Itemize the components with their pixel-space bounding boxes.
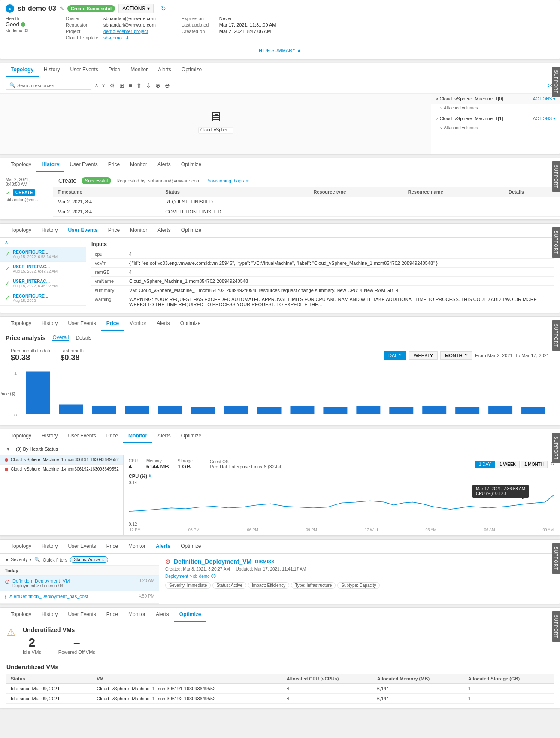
support-tab-h[interactable]: SUPPORT [552, 161, 560, 192]
tab-topology-m[interactable]: Topology [6, 429, 36, 443]
tab-monitor-p[interactable]: Monitor [124, 317, 151, 331]
tab-monitor-ue[interactable]: Monitor [125, 224, 152, 237]
tab-topology-a[interactable]: Topology [6, 540, 36, 553]
attached-label-1[interactable]: ∨ Attached volumes [431, 104, 560, 113]
resource-header-2[interactable]: > Cloud_vSphere_Machine_1[1] ACTIONS ▾ [431, 113, 560, 124]
daily-btn[interactable]: DAILY [384, 351, 406, 360]
cloud-template-value[interactable]: sb-demo [103, 35, 122, 41]
tab-user-events-a[interactable]: User Events [63, 540, 101, 553]
tab-monitor[interactable]: Monitor [125, 63, 153, 77]
alert-item-1[interactable]: ⊙ Definition_Deployment_VM Deployment > … [0, 576, 159, 591]
tab-user-events-m[interactable]: User Events [63, 429, 101, 443]
tab-topology[interactable]: Topology [6, 63, 39, 77]
resource-actions-1[interactable]: ACTIONS ▾ [533, 97, 555, 101]
tab-history-m[interactable]: History [36, 429, 63, 443]
caret-up[interactable]: ∧ [95, 82, 98, 88]
tab-alerts-o[interactable]: Alerts [151, 608, 174, 622]
tab-monitor-o[interactable]: Monitor [123, 608, 151, 622]
tab-monitor-m[interactable]: Monitor [123, 429, 152, 443]
settings-icon[interactable]: ⚙ [109, 81, 116, 90]
tab-price-h[interactable]: Price [103, 158, 125, 172]
support-tab[interactable]: SUPPORT [552, 67, 560, 97]
collapse-arrow[interactable]: ∧ [0, 238, 86, 247]
event-item-4[interactable]: ✓ RECONFIGURE... Aug 15, 2022 [0, 291, 86, 306]
tab-history-a[interactable]: History [36, 540, 63, 553]
support-tab-m[interactable]: SUPPORT [552, 433, 560, 463]
severity-filter[interactable]: ▼ Severity ▾ [5, 557, 32, 562]
tab-price[interactable]: Price [103, 63, 125, 77]
tab-optimize-p[interactable]: Optimize [175, 317, 206, 331]
event-item-3[interactable]: ✓ USER_INTERAC... Aug 15, 2022, 6:46:02 … [0, 276, 86, 291]
support-tab-ue[interactable]: SUPPORT [552, 227, 560, 258]
tab-optimize-a[interactable]: Optimize [176, 540, 206, 553]
support-tab-p[interactable]: SUPPORT [552, 320, 560, 351]
grid-icon[interactable]: ⊞ [118, 81, 125, 90]
list-icon[interactable]: ≡ [128, 81, 133, 90]
dismiss-button[interactable]: DISMISS [255, 559, 274, 564]
support-tab-a[interactable]: SUPPORT [552, 543, 560, 574]
hide-summary[interactable]: HIDE SUMMARY ▲ [6, 45, 554, 55]
alert-breadcrumb[interactable]: Deployment > sb-demo-03 [165, 574, 554, 579]
tab-price-m[interactable]: Price [101, 429, 123, 443]
resource-header-1[interactable]: > Cloud_vSphere_Machine_1[0] ACTIONS ▾ [431, 94, 560, 104]
tab-price-ue[interactable]: Price [103, 224, 125, 237]
tab-topology-o[interactable]: Topology [6, 608, 36, 622]
tab-user-events[interactable]: User Events [65, 63, 103, 77]
project-value[interactable]: demo-vcenter-project [103, 29, 148, 34]
tab-user-events-h[interactable]: User Events [64, 158, 103, 172]
tab-alerts-a[interactable]: Alerts [151, 540, 176, 553]
remove-filter-icon[interactable]: × [102, 557, 104, 562]
tab-user-events-ue[interactable]: User Events [63, 224, 103, 237]
week-btn[interactable]: 1 WEEK [496, 461, 520, 468]
tab-monitor-h[interactable]: Monitor [125, 158, 152, 172]
caret-down[interactable]: ∨ [102, 82, 105, 88]
day-btn[interactable]: 1 DAY [475, 461, 495, 468]
event-item-2[interactable]: ✓ USER_INTERAC... Aug 15, 2022, 6:47:22 … [0, 262, 86, 276]
tab-alerts[interactable]: Alerts [153, 63, 176, 77]
tab-alerts-m[interactable]: Alerts [152, 429, 176, 443]
tab-history[interactable]: History [39, 63, 65, 77]
tab-optimize[interactable]: Optimize [176, 63, 207, 77]
tab-history-p[interactable]: History [36, 317, 63, 331]
tab-optimize-m[interactable]: Optimize [176, 429, 206, 443]
tab-topology-h[interactable]: Topology [6, 158, 36, 172]
info-icon[interactable]: ℹ [149, 473, 151, 479]
actions-button[interactable]: ACTIONS ▾ [118, 4, 153, 13]
tab-price-p[interactable]: Price [101, 317, 124, 331]
tab-alerts-p[interactable]: Alerts [151, 317, 175, 331]
tab-alerts-h[interactable]: Alerts [152, 158, 176, 172]
edit-icon[interactable]: ✎ [60, 6, 64, 12]
tab-monitor-a[interactable]: Monitor [123, 540, 151, 553]
monthly-btn[interactable]: MONTHLY [440, 351, 472, 360]
tab-topology-ue[interactable]: Topology [6, 224, 36, 237]
zoom-in-icon[interactable]: ⊕ [154, 81, 161, 90]
tab-user-events-o[interactable]: User Events [63, 608, 101, 622]
resource-actions-2[interactable]: ACTIONS ▾ [533, 116, 555, 121]
tab-price-o[interactable]: Price [101, 608, 123, 622]
support-tab-o[interactable]: SUPPORT [552, 611, 560, 642]
tab-overall[interactable]: Overall [52, 334, 69, 341]
search-input[interactable] [17, 83, 86, 88]
vm-list-item-2[interactable]: Cloud_vSphere_Machine_1-mcm306192-163093… [0, 465, 123, 474]
tab-user-events-p[interactable]: User Events [63, 317, 101, 331]
event-item-1[interactable]: ✓ RECONFIGURE... Aug 15, 2022, 6:58:14 A… [0, 247, 86, 262]
tab-alerts-ue[interactable]: Alerts [152, 224, 176, 237]
tab-optimize-o[interactable]: Optimize [174, 608, 206, 622]
tab-history-ue[interactable]: History [36, 224, 63, 237]
tab-optimize-ue[interactable]: Optimize [176, 224, 206, 237]
create-badge[interactable]: CREATE [13, 189, 35, 196]
tab-price-a[interactable]: Price [101, 540, 123, 553]
month-btn[interactable]: 1 MONTH [521, 461, 548, 468]
refresh-icon[interactable]: ↻ [161, 5, 166, 12]
download-icon[interactable]: ⬇ [125, 35, 129, 41]
quick-filters-label[interactable]: Quick filters [43, 557, 67, 562]
export-icon[interactable]: ⇧ [136, 81, 142, 90]
attached-label-2[interactable]: ∨ Attached volumes [431, 124, 560, 133]
tab-history-h[interactable]: History [36, 158, 64, 172]
import-icon[interactable]: ⇩ [145, 81, 152, 90]
provisioning-link[interactable]: Provisioning diagram [206, 178, 250, 183]
tab-topology-p[interactable]: Topology [6, 317, 36, 331]
alert-item-2[interactable]: ℹ AlertDefinition_Deployment_has_cost 4:… [0, 591, 159, 604]
vm-node[interactable]: 🖥 Cloud_vSpher... [198, 109, 233, 133]
weekly-btn[interactable]: WEEKLY [409, 351, 438, 360]
